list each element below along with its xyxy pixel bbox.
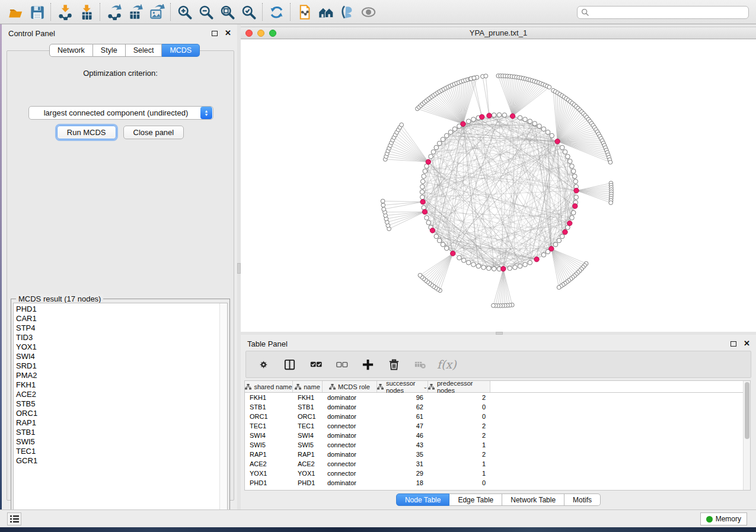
network-node[interactable] xyxy=(492,303,496,307)
network-node[interactable] xyxy=(573,179,578,184)
mcds-hub-node[interactable] xyxy=(573,204,578,209)
mcds-hub-node[interactable] xyxy=(510,114,515,118)
network-node[interactable] xyxy=(528,119,532,124)
zoom-in-button[interactable] xyxy=(174,2,195,22)
network-node[interactable] xyxy=(492,113,496,118)
network-node[interactable] xyxy=(563,150,567,155)
column-header-MCDS-role[interactable]: MCDS role xyxy=(323,381,377,392)
network-node[interactable] xyxy=(382,207,386,211)
search-input[interactable] xyxy=(589,7,748,18)
tab-node-table[interactable]: Node Table xyxy=(396,493,450,506)
scrollbar-thumb[interactable] xyxy=(745,382,749,439)
save-button[interactable] xyxy=(26,2,47,22)
mcds-hub-node[interactable] xyxy=(501,267,506,271)
mcds-result-item[interactable]: YOX1 xyxy=(16,342,227,352)
mcds-hub-node[interactable] xyxy=(574,188,579,193)
table-row[interactable]: FKH1FKH1dominator962 xyxy=(245,393,750,402)
network-node[interactable] xyxy=(566,154,570,159)
table-row[interactable]: RAP1RAP1dominator352 xyxy=(245,450,750,459)
mcds-result-item[interactable]: ACE2 xyxy=(16,390,227,399)
float-window-icon[interactable] xyxy=(212,31,218,36)
memory-button[interactable]: Memory xyxy=(700,512,747,525)
export-network-button[interactable] xyxy=(103,2,125,22)
table-row[interactable]: SWI5SWI5connector431 xyxy=(245,440,750,450)
network-view[interactable] xyxy=(241,40,756,332)
mcds-hub-node[interactable] xyxy=(487,113,492,118)
network-node[interactable] xyxy=(553,242,558,247)
refresh-button[interactable] xyxy=(266,2,287,22)
network-node[interactable] xyxy=(452,127,457,132)
import-network-button[interactable] xyxy=(54,2,75,22)
mcds-result-item[interactable]: ORC1 xyxy=(16,409,227,418)
network-node[interactable] xyxy=(541,127,546,132)
table-row[interactable]: SWI4SWI4dominator462 xyxy=(245,431,750,440)
mcds-result-item[interactable]: STB5 xyxy=(16,399,227,409)
mcds-result-item[interactable]: FKH1 xyxy=(16,380,227,390)
network-node[interactable] xyxy=(550,133,554,138)
network-node[interactable] xyxy=(476,264,481,268)
network-node[interactable] xyxy=(420,179,425,184)
network-node[interactable] xyxy=(608,160,613,164)
network-node[interactable] xyxy=(425,216,429,220)
network-node[interactable] xyxy=(444,133,449,138)
network-node[interactable] xyxy=(546,130,550,134)
network-node[interactable] xyxy=(484,74,488,78)
zoom-selected-button[interactable] xyxy=(238,2,259,22)
network-node[interactable] xyxy=(537,124,542,129)
network-node[interactable] xyxy=(400,123,404,127)
close-panel-button[interactable]: Close panel xyxy=(123,126,184,139)
add-column-button[interactable] xyxy=(359,355,377,374)
network-node[interactable] xyxy=(574,195,579,200)
mcds-result-item[interactable]: CAR1 xyxy=(16,314,227,323)
network-node[interactable] xyxy=(434,234,439,239)
network-node[interactable] xyxy=(461,258,466,263)
column-header-name[interactable]: name xyxy=(293,381,323,392)
mcds-result-item[interactable]: STP4 xyxy=(16,323,227,333)
mcds-hub-node[interactable] xyxy=(567,221,572,226)
export-table-button[interactable] xyxy=(125,2,146,22)
network-node[interactable] xyxy=(523,117,528,122)
tab-select[interactable]: Select xyxy=(126,44,162,57)
mcds-hub-node[interactable] xyxy=(430,228,435,233)
tab-edge-table[interactable]: Edge Table xyxy=(449,493,502,506)
mcds-hub-node[interactable] xyxy=(422,209,427,214)
network-node[interactable] xyxy=(444,246,449,251)
network-node[interactable] xyxy=(513,265,518,270)
column-header-shared-name[interactable]: shared name xyxy=(245,381,293,392)
select-all-columns-button[interactable] xyxy=(307,355,324,374)
mcds-result-item[interactable]: PMA2 xyxy=(16,371,227,380)
network-node[interactable] xyxy=(557,238,562,243)
mcds-result-item[interactable]: RAP1 xyxy=(16,418,227,428)
network-node[interactable] xyxy=(437,141,442,146)
network-node[interactable] xyxy=(571,169,576,174)
export-image-button[interactable] xyxy=(146,2,167,22)
run-mcds-button[interactable]: Run MCDS xyxy=(57,126,116,139)
tab-network[interactable]: Network xyxy=(49,44,93,57)
table-scrollbar[interactable] xyxy=(743,381,750,490)
mcds-result-item[interactable]: TID3 xyxy=(16,333,227,342)
mcds-hub-node[interactable] xyxy=(461,121,465,126)
mcds-hub-node[interactable] xyxy=(451,251,455,256)
table-row[interactable]: PHD1PHD1dominator180 xyxy=(245,478,750,488)
network-node[interactable] xyxy=(420,195,425,200)
network-node[interactable] xyxy=(567,159,572,164)
network-node[interactable] xyxy=(466,260,471,265)
network-node[interactable] xyxy=(572,174,577,179)
table-row[interactable]: ACE2ACE2connector311 xyxy=(245,459,750,469)
network-node[interactable] xyxy=(560,234,564,239)
mcds-result-item[interactable]: SWI5 xyxy=(16,437,227,447)
network-node[interactable] xyxy=(431,150,436,155)
network-node[interactable] xyxy=(471,117,476,122)
network-node[interactable] xyxy=(523,262,528,267)
tab-network-table[interactable]: Network Table xyxy=(502,493,564,506)
show-columns-button[interactable] xyxy=(280,355,298,374)
clone-network-button[interactable] xyxy=(294,2,315,22)
table-row[interactable]: YOX1YOX1connector291 xyxy=(245,469,750,478)
mcds-result-item[interactable]: STB1 xyxy=(16,428,227,437)
network-node[interactable] xyxy=(518,264,522,268)
zoom-fit-button[interactable] xyxy=(216,2,238,22)
network-browser-button[interactable] xyxy=(315,2,336,22)
mcds-hub-node[interactable] xyxy=(426,159,430,164)
network-node[interactable] xyxy=(508,266,512,271)
network-node[interactable] xyxy=(518,116,522,120)
